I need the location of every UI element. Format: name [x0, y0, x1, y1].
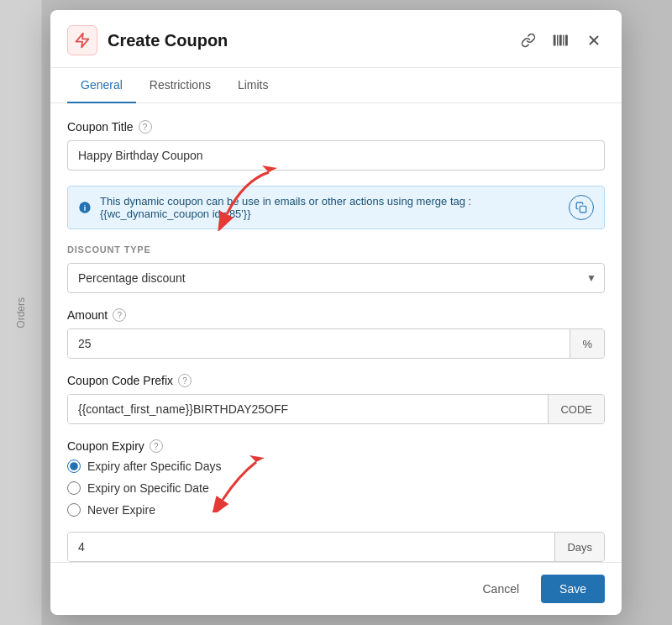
expiry-days-radio[interactable]: [67, 460, 81, 473]
code-suffix: CODE: [548, 395, 604, 423]
expiry-radio-group: Expiry after Specific Days Expiry on Spe…: [67, 460, 605, 517]
svg-rect-11: [580, 206, 586, 213]
amount-input[interactable]: [68, 329, 570, 358]
coupon-code-prefix-label: Coupon Code Prefix ?: [67, 374, 605, 387]
expiry-days-group: Days: [67, 532, 605, 562]
tab-restrictions[interactable]: Restrictions: [136, 68, 224, 103]
coupon-code-prefix-help-icon[interactable]: ?: [178, 374, 192, 387]
info-banner: This dynamic coupon can be use in emails…: [67, 186, 605, 229]
coupon-title-group: Coupon Title ?: [67, 120, 605, 171]
discount-type-select-wrapper: Percentage discount Fixed cart discount …: [67, 263, 605, 293]
save-button[interactable]: Save: [541, 575, 605, 603]
discount-type-group: DISCOUNT TYPE Percentage discount Fixed …: [67, 244, 605, 293]
cancel-button[interactable]: Cancel: [469, 575, 533, 602]
info-banner-text: This dynamic coupon can be use in emails…: [100, 195, 560, 220]
amount-label: Amount ?: [67, 308, 605, 322]
coupon-icon: [67, 25, 97, 55]
header-actions: [517, 29, 605, 51]
expiry-days-option[interactable]: Expiry after Specific Days: [67, 460, 605, 473]
modal-body: Coupon Title ? This dynamic coupon can b…: [50, 103, 622, 562]
discount-type-label: DISCOUNT TYPE: [67, 244, 605, 255]
modal-footer: Cancel Save: [50, 562, 622, 615]
amount-group: Amount ? %: [67, 308, 605, 359]
tab-general[interactable]: General: [67, 68, 136, 103]
copy-merge-tag-button[interactable]: [569, 195, 594, 220]
info-icon: [78, 201, 92, 214]
coupon-title-help-icon[interactable]: ?: [139, 120, 152, 134]
coupon-expiry-label: Coupon Expiry ?: [67, 439, 605, 453]
coupon-title-input[interactable]: [67, 140, 605, 171]
expiry-never-label: Never Expire: [87, 503, 155, 517]
amount-help-icon[interactable]: ?: [113, 308, 126, 322]
svg-rect-3: [559, 35, 562, 46]
expiry-days-label: Expiry after Specific Days: [87, 460, 222, 473]
expiry-date-label: Expiry on Specific Date: [87, 481, 209, 495]
expiry-never-option[interactable]: Never Expire: [67, 503, 605, 517]
coupon-code-prefix-input[interactable]: [68, 395, 548, 423]
expiry-never-radio[interactable]: [67, 503, 81, 517]
coupon-expiry-group: Coupon Expiry ? Expiry after Specific Da…: [67, 439, 605, 517]
amount-suffix: %: [570, 329, 604, 358]
barcode-button[interactable]: [549, 29, 573, 51]
amount-input-wrapper: %: [67, 328, 605, 359]
modal-title: Create Coupon: [108, 31, 507, 50]
expiry-days-input[interactable]: [68, 533, 554, 561]
days-suffix: Days: [554, 533, 604, 561]
svg-rect-4: [563, 35, 564, 46]
tabs: General Restrictions Limits: [50, 68, 622, 103]
svg-marker-0: [76, 34, 89, 48]
coupon-title-label: Coupon Title ?: [67, 120, 605, 134]
create-coupon-modal: Create Coupon: [50, 10, 622, 615]
svg-rect-5: [565, 35, 568, 46]
svg-rect-2: [557, 35, 558, 46]
expiry-date-radio[interactable]: [67, 481, 81, 495]
discount-type-select[interactable]: Percentage discount Fixed cart discount …: [67, 263, 605, 293]
tab-limits[interactable]: Limits: [224, 68, 282, 103]
coupon-expiry-help-icon[interactable]: ?: [150, 439, 163, 453]
expiry-date-option[interactable]: Expiry on Specific Date: [67, 481, 605, 495]
expiry-days-input-wrapper: Days: [67, 532, 605, 562]
modal-header: Create Coupon: [50, 10, 622, 68]
svg-rect-1: [554, 35, 556, 46]
link-button[interactable]: [517, 29, 539, 51]
close-button[interactable]: [583, 29, 605, 51]
coupon-code-prefix-group: Coupon Code Prefix ? CODE: [67, 374, 605, 424]
coupon-code-prefix-input-wrapper: CODE: [67, 394, 605, 424]
